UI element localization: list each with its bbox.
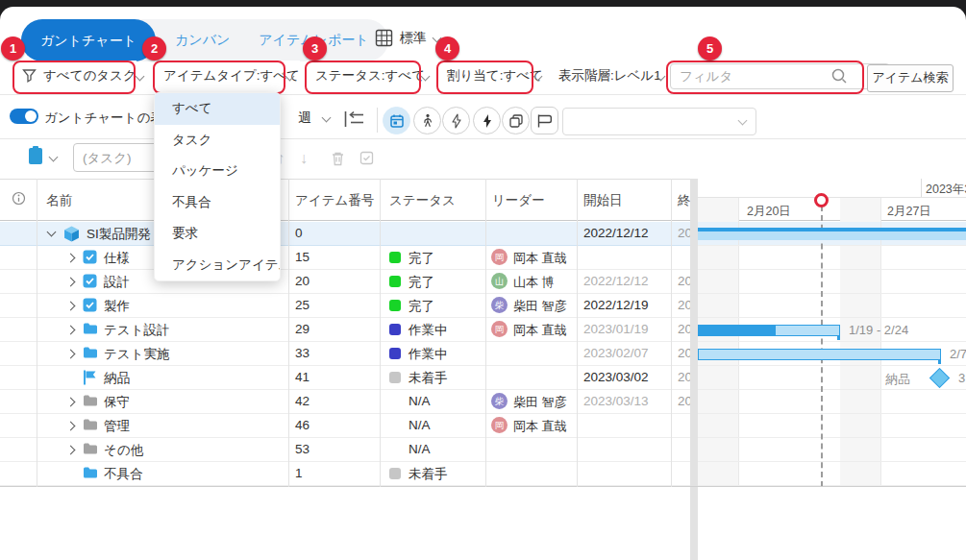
- panel-splitter[interactable]: [690, 179, 698, 560]
- task-bar[interactable]: [698, 349, 941, 360]
- lightning-outline-button[interactable]: [442, 107, 470, 134]
- end-date-clipped: 20: [678, 370, 690, 384]
- start-date: 2022/12/12: [583, 274, 649, 288]
- gantt-row-line: [698, 437, 966, 438]
- table-header: 名前 アイテム番号 ステータス リーダー 開始日 終了日: [0, 179, 690, 221]
- table-row[interactable]: 不具合1未着手: [0, 462, 690, 486]
- start-date: 2023/02/07: [583, 346, 649, 360]
- dropdown-item[interactable]: 不具合: [155, 187, 280, 219]
- dropdown-item[interactable]: アクションアイテム: [155, 250, 280, 281]
- gantt-week-label: 2月27日: [887, 204, 931, 220]
- funnel-icon: [22, 68, 37, 83]
- table-row[interactable]: 製作25完了柴柴田 智彦2022/12/1920: [0, 294, 690, 318]
- annotation-badge-4: 4: [435, 37, 459, 61]
- gantt-display-toggle[interactable]: [10, 109, 38, 124]
- table-row[interactable]: 設計20完了山山本 博2022/12/1220: [0, 270, 690, 294]
- time-scale-dropdown[interactable]: 週: [298, 110, 311, 127]
- status-label: N/A: [409, 442, 431, 456]
- leader-name: 柴田 智彦: [513, 298, 567, 315]
- week-gridline: [738, 198, 739, 487]
- table-row[interactable]: 保守42N/A柴柴田 智彦2023/03/1320: [0, 390, 690, 414]
- tree-expand-chevron[interactable]: [66, 278, 76, 287]
- divider: [377, 108, 378, 133]
- clipboard-icon[interactable]: [27, 145, 44, 166]
- dropdown-item[interactable]: 要求: [155, 218, 280, 250]
- gantt-row-line: [698, 293, 966, 294]
- task-icon: [83, 298, 99, 314]
- task-filter-dropdown[interactable]: すべてのタスク: [13, 61, 136, 90]
- item-search-button[interactable]: アイテム検索: [867, 64, 954, 92]
- status-filter-dropdown[interactable]: ステータス:すべて: [307, 61, 425, 90]
- tab-gantt-chart[interactable]: ガントチャート: [21, 19, 156, 61]
- status-color-square: [389, 348, 401, 359]
- today-line: [821, 206, 823, 487]
- folder-blue-icon: [83, 346, 99, 362]
- assignee-filter-dropdown[interactable]: 割り当て:すべて: [438, 61, 543, 90]
- milestone-diamond[interactable]: [929, 368, 950, 388]
- table-row[interactable]: 仕様15完了岡岡本 直哉: [0, 246, 690, 270]
- end-date-clipped: 20: [678, 346, 690, 360]
- table-row[interactable]: テスト実施33作業中2023/02/0720: [0, 342, 690, 366]
- tree-expand-chevron[interactable]: [66, 398, 76, 407]
- week-gridline: [880, 198, 881, 487]
- table-row[interactable]: その他53N/A: [0, 438, 690, 462]
- column-header-name[interactable]: 名前: [46, 192, 72, 209]
- hierarchy-level-dropdown[interactable]: 表示階層:レベル1: [550, 61, 661, 90]
- tree-expand-chevron[interactable]: [66, 302, 76, 311]
- tree-collapse-chevron[interactable]: [47, 228, 57, 237]
- walking-person-button[interactable]: [413, 107, 441, 134]
- annotation-badge-2: 2: [142, 37, 166, 61]
- table-row[interactable]: テスト設計29作業中岡岡本 直哉2023/01/1920: [0, 318, 690, 342]
- column-header-start[interactable]: 開始日: [583, 192, 623, 209]
- column-header-end[interactable]: 終了日: [678, 192, 690, 209]
- lightning-filled-button[interactable]: [473, 107, 501, 134]
- table-row[interactable]: SI製品開発02022/12/1220: [0, 222, 690, 246]
- app-window: ガントチャート カンバン アイテムレポート 標準 1 2 3 4 5 すべてのタ…: [0, 0, 966, 560]
- calendar-button[interactable]: [383, 107, 410, 134]
- view-preset-selector[interactable]: 標準: [375, 29, 440, 47]
- bar-end-tick: [837, 335, 840, 340]
- annotation-badge-1: 1: [1, 37, 25, 61]
- item-name: 納品: [104, 370, 130, 387]
- header-border: [0, 220, 690, 221]
- today-pin[interactable]: [814, 193, 829, 207]
- tree-expand-chevron[interactable]: [66, 446, 76, 455]
- column-header-status[interactable]: ステータス: [389, 192, 456, 209]
- gantt-row-line: [698, 245, 966, 246]
- status-color-square: [389, 276, 401, 287]
- item-type-filter-dropdown[interactable]: アイテムタイプ:すべて: [155, 61, 300, 90]
- summary-bar-body: [698, 231, 966, 240]
- status-label: 未着手: [409, 370, 448, 387]
- tree-expand-chevron[interactable]: [66, 326, 76, 335]
- dropdown-item[interactable]: すべて: [155, 93, 280, 125]
- avatar: 岡: [491, 249, 508, 265]
- column-header-leader[interactable]: リーダー: [492, 192, 545, 209]
- tab-kanban[interactable]: カンバン: [165, 32, 239, 49]
- status-filter-label: ステータス:すべて: [315, 67, 425, 85]
- avatar: 柴: [491, 297, 508, 313]
- gantt-row-line: [698, 365, 966, 366]
- table-row[interactable]: 管理46N/A岡岡本 直哉: [0, 414, 690, 438]
- folder-gray-icon: [83, 394, 99, 410]
- gantt-row-line: [698, 461, 966, 462]
- end-date-clipped: 20: [678, 298, 690, 312]
- filter-input[interactable]: [670, 63, 890, 89]
- end-date-clipped: 20: [678, 226, 690, 240]
- item-number: 53: [295, 442, 310, 456]
- tree-expand-chevron[interactable]: [66, 422, 76, 431]
- dropdown-item[interactable]: タスク: [155, 125, 280, 157]
- flag-button[interactable]: [531, 107, 558, 134]
- gantt-month-label: 2023年3月: [926, 182, 966, 198]
- copy-button[interactable]: [502, 107, 530, 134]
- cube-icon: [63, 226, 80, 242]
- relation-select[interactable]: [562, 108, 756, 135]
- dropdown-item[interactable]: パッケージ: [155, 156, 280, 187]
- outdent-lines-icon[interactable]: [342, 109, 366, 130]
- grid-icon: [375, 29, 393, 47]
- tree-expand-chevron[interactable]: [66, 254, 76, 263]
- task-bar[interactable]: [698, 325, 840, 336]
- column-header-number[interactable]: アイテム番号: [295, 192, 374, 209]
- tree-expand-chevron[interactable]: [66, 350, 76, 359]
- item-number: 42: [295, 394, 310, 408]
- table-row[interactable]: 納品41未着手2023/03/0220: [0, 366, 690, 390]
